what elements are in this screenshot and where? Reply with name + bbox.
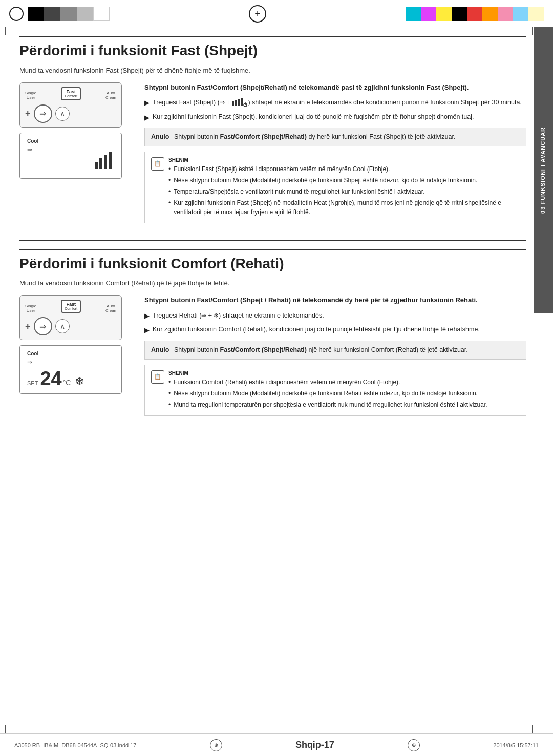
remote-auto-label: AutoClean [105,91,116,100]
shenim-list2: Funksioni Comfort (Rehati) është i dispo… [168,377,520,409]
remote2-single-label: SingleUser [25,304,36,313]
color-box-magenta [421,7,436,21]
reg-box-black [28,7,44,21]
footer-circle2-inner: ⊕ [412,742,416,748]
color-box-black [452,7,467,21]
corner-mark-br [524,725,533,733]
remote2-auto-label: AutoClean [105,304,116,313]
shenim-content1: SHËNIM Funksioni Fast (Shpejt) është i d… [168,156,520,219]
shenim-header2: 📋 SHËNIM Funksioni Comfort (Rehati) ësht… [151,369,520,411]
section2-note-box: Anulo Shtypni butonin Fast/Comfort (Shpe… [144,341,526,360]
shenim-item2-1: Funksioni Comfort (Rehati) është i dispo… [168,377,520,387]
section1-right-col: Shtypni butonin Fast/Comfort (Shpejt/Reh… [144,82,526,228]
page-number: Shqip-17 [295,740,334,750]
svg-rect-3 [109,152,112,169]
reg-boxes [28,7,110,21]
remote-buttons-row1: SingleUser FastComfort AutoClean [25,87,116,100]
shenim-label2: SHËNIM [168,369,520,377]
section2-title: Përdorimi i funksionit Comfort (Rehati) [19,249,526,272]
s2-bullet2-text: Kur zgjidhni funksionin Comfort (Rehati)… [153,325,480,335]
section1-shenim-box: 📋 SHËNIM Funksioni Fast (Shpejt) është i… [144,152,526,223]
reg-circle-center [249,5,266,23]
shenim-icon2: 📋 [151,370,164,384]
color-box-pink [498,7,513,21]
footer-circle: ⊕ [210,739,222,751]
remote-fast-btn: FastComfort [61,87,81,100]
remote-controls-row1: + ⇒ ∧ [25,104,116,123]
section2-bullet2: ▶ Kur zgjidhni funksionin Comfort (Rehat… [144,325,526,335]
s2-bullet1-text: Treguesi Rehati (⇒ + ❄) shfaqet në ekran… [153,310,324,321]
note-text2: Shtypni butonin Fast/Comfort (Shpejt/Reh… [174,346,468,353]
remote-arrow-up2: ∧ [55,319,70,333]
shenim-item2-2: Nëse shtypni butonin Mode (Modaliteti) n… [168,389,520,398]
section2-left-col: SingleUser FastComfort AutoClean + ⇒ ∧ [19,295,132,421]
sidebar-text: 03 FUNKSIONI I AVANCUAR [540,127,546,214]
bullet1-text: Treguesi Fast (Shpejt) (⇒ + ) shfaqet në… [153,97,522,108]
color-box-yellow [436,7,452,21]
section2-remote-top: SingleUser FastComfort AutoClean + ⇒ ∧ [19,295,122,340]
display-signal1 [94,152,114,173]
svg-rect-4 [232,101,234,106]
temp-value: 24 [40,369,61,388]
chapter-sidebar: 03 FUNKSIONI I AVANCUAR [534,27,553,313]
color-box-cyan [406,7,421,21]
section1-bullet1: ▶ Treguesi Fast (Shpejt) (⇒ + ) shfaqet … [144,97,526,108]
section1-instruction: Shtypni butonin Fast/Comfort (Shpejt/Reh… [144,82,526,93]
section1-intro: Mund ta vendosni funksionin Fast (Shpejt… [19,67,526,74]
svg-rect-5 [235,100,237,106]
section1-note-box: Anulo Shtypni butonin Fast/Comfort (Shpe… [144,128,526,146]
shenim-label1: SHËNIM [168,156,520,164]
footer-timestamp: 2014/8/5 15:57:11 [493,742,539,748]
display-cool1: Cool [27,138,114,144]
svg-rect-6 [238,99,240,106]
remote-comfort-icon: ⇒ [34,317,52,335]
section1-remote-display: Cool ⇒ [19,133,122,179]
color-box-red [467,7,482,21]
section1-remote-wrapper: SingleUser FastComfort AutoClean + ⇒ ∧ [19,82,132,179]
display-temp-row: SET 24 °C ❄ [27,369,114,388]
section2-remote-display: Cool ⇒ SET 24 °C ❄ [19,345,122,394]
display-comfort-icon: ⇒ [27,359,114,366]
reg-circle-left [9,7,24,21]
s2-bullet-arrow1: ▶ [144,311,150,321]
section1-left-col: SingleUser FastComfort AutoClean + ⇒ ∧ [19,82,132,228]
color-box-ltyellow [528,7,544,21]
section1-two-col: SingleUser FastComfort AutoClean + ⇒ ∧ [19,82,526,228]
svg-rect-0 [95,162,98,169]
top-registration-bar [0,0,553,27]
section2-bullet1: ▶ Treguesi Rehati (⇒ + ❄) shfaqet në ekr… [144,310,526,321]
reg-box-lgray [77,7,93,21]
shenim-item1-2: Nëse shtypni butonin Mode (Modaliteti) n… [168,176,520,185]
main-content: Përdorimi i funksionit Fast (Shpejt) Mun… [0,27,553,437]
shenim-content2: SHËNIM Funksioni Comfort (Rehati) është … [168,369,520,411]
shenim-item1-1: Funksioni Fast (Shpejt) është i disponue… [168,164,520,174]
section2-remote-wrapper: SingleUser FastComfort AutoClean + ⇒ ∧ [19,295,132,394]
note-text1: Shtypni butonin Fast/Comfort (Shpejt/Reh… [174,133,456,140]
remote-plus-icon1: + [25,108,31,119]
note-label1: Anulo [151,133,169,140]
temp-unit: °C [63,379,71,387]
footer-file-info: A3050 RB_IB&IM_DB68-04544A_SQ-03.indd 17 [14,742,137,748]
remote-plus-icon2: + [25,321,31,332]
bullet2-text: Kur zgjidhni funksionin Fast (Shpejt), k… [153,112,474,123]
color-box-orange [482,7,498,21]
footer-circle2: ⊕ [408,739,420,751]
s2-bullet-arrow2: ▶ [144,325,150,335]
reg-box-white [93,7,110,21]
corner-mark-bl [5,725,13,733]
section2-right-col: Shtypni butonin Fast/Comfort (Shpejt / R… [144,295,526,421]
section1-title: Përdorimi i funksionit Fast (Shpejt) [19,36,526,59]
remote-controls-row2: + ⇒ ∧ [25,317,116,335]
corner-mark-tr [524,27,533,35]
color-box-ltblue [513,7,528,21]
section2-instruction: Shtypni butonin Fast/Comfort (Shpejt / R… [144,295,526,305]
shenim-icon1: 📋 [151,157,164,171]
display-cool2: Cool [27,351,114,356]
svg-rect-7 [241,98,243,106]
bullet-arrow2: ▶ [144,113,150,123]
note-label2: Anulo [151,346,169,353]
svg-rect-1 [99,158,102,169]
remote-buttons-row2: SingleUser FastComfort AutoClean [25,300,116,313]
remote-single-label: SingleUser [25,91,36,100]
svg-rect-2 [104,155,107,169]
